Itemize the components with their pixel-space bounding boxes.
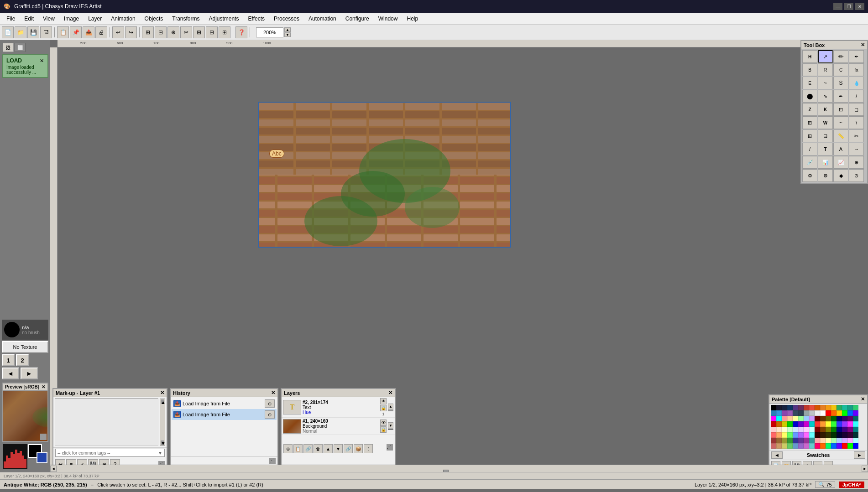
tool-graph[interactable]: 📈 [833,156,848,169]
minimize-button[interactable]: — [833,3,842,10]
color-cell-122[interactable] [826,443,831,449]
tool-c[interactable]: C [833,63,848,76]
layer-item-2[interactable]: T #2, 201×174 Text Hue 👁 🔒 1 [282,397,395,418]
help-button[interactable]: ❓ [235,26,247,38]
color-cell-117[interactable] [798,443,804,449]
zoom-up-button[interactable]: ▲ [284,27,291,32]
layer-1-lock-btn[interactable]: 🔒 [380,426,387,433]
color-cell-116[interactable] [793,443,798,449]
layers-btn-group[interactable]: 🔗 [303,444,313,453]
color-cell-120[interactable] [815,443,820,449]
color-cell-26[interactable] [826,410,831,416]
color-cell-10[interactable] [826,405,831,410]
color-cell-53[interactable] [798,421,804,427]
tool-warp[interactable]: ~ [833,116,848,129]
tool-smear[interactable]: ~ [818,77,833,89]
color-cell-73[interactable] [820,427,826,432]
color-cell-1[interactable] [776,405,782,410]
layers-btn-link[interactable]: 🔗 [344,444,353,453]
color-cell-77[interactable] [842,427,847,432]
color-cell-54[interactable] [804,421,809,427]
layers-btn-add[interactable]: ⊕ [283,444,293,453]
color-cell-126[interactable] [847,443,853,449]
color-cell-33[interactable] [776,416,782,421]
tool-h[interactable]: H [802,50,817,63]
color-cell-56[interactable] [815,421,820,427]
color-cell-11[interactable] [831,405,837,410]
zoom-fit-button[interactable]: ⊞ [142,26,154,38]
color-cell-119[interactable] [809,443,815,449]
color-cell-61[interactable] [842,421,847,427]
layer-2-lock-btn[interactable]: 🔒 [380,405,387,411]
color-cell-78[interactable] [847,427,853,432]
tool-k[interactable]: K [818,103,833,116]
color-cell-95[interactable] [853,432,858,438]
menu-processes[interactable]: Processes [269,15,304,23]
layer-1-button[interactable]: 1 [2,354,15,366]
color-cell-38[interactable] [804,416,809,421]
tool-perspective[interactable]: ⊟ [818,129,833,142]
color-cell-110[interactable] [847,438,853,443]
tool-crop[interactable]: ✂ [849,129,864,142]
tool-eyedrop[interactable]: 💉 [802,156,817,169]
history-resize-handle[interactable]: ⋰ [269,458,276,464]
color-cell-47[interactable] [853,416,858,421]
tool-stroke[interactable]: / [849,90,864,103]
layer-item-1[interactable]: #1, 240×160 Background Normal 👁 🔒 ▼ [282,418,395,435]
color-cell-66[interactable] [782,427,787,432]
markup-close-button[interactable]: ✕ [160,390,164,396]
layers-close-button[interactable]: ✕ [388,390,392,396]
color-cell-60[interactable] [837,421,842,427]
tool-pen[interactable]: ✒ [833,90,848,103]
color-cell-113[interactable] [776,443,782,449]
color-cell-49[interactable] [776,421,782,427]
copy-button[interactable]: 📋 [57,26,69,38]
nav-right-button[interactable]: ► [21,368,38,379]
color-cell-59[interactable] [831,421,837,427]
color-cell-90[interactable] [826,432,831,438]
color-cell-0[interactable] [771,405,776,410]
color-cell-43[interactable] [831,416,837,421]
color-cell-93[interactable] [842,432,847,438]
align-button[interactable]: ⊞ [193,26,205,38]
color-cell-100[interactable] [793,438,798,443]
preview-resize-handle[interactable] [40,434,47,440]
color-cell-15[interactable] [853,405,858,410]
color-cell-51[interactable] [787,421,793,427]
menu-help[interactable]: Help [402,15,423,23]
color-cell-48[interactable] [771,421,776,427]
load-close-button[interactable]: ✕ [40,58,44,64]
color-cell-81[interactable] [776,432,782,438]
nav-left-button[interactable]: ◄ [2,368,19,379]
color-cell-106[interactable] [826,438,831,443]
history-close-button[interactable]: ✕ [271,390,275,396]
zoom-input[interactable] [256,27,283,37]
preview-close-button[interactable]: ✕ [42,384,45,389]
palette-prev-button[interactable]: ◄ [771,451,783,459]
color-cell-89[interactable] [820,432,826,438]
color-cell-7[interactable] [809,405,815,410]
color-cell-70[interactable] [804,427,809,432]
tool-circle[interactable]: ⬤ [802,90,817,103]
color-cell-88[interactable] [815,432,820,438]
color-cell-35[interactable] [787,416,793,421]
tool-pencil[interactable]: ✒ [849,50,864,63]
history-item-2-btn[interactable]: ⊙ [265,410,275,419]
color-cell-107[interactable] [831,438,837,443]
palette-next-button[interactable]: ► [854,451,865,459]
color-cell-108[interactable] [837,438,842,443]
menu-file[interactable]: File [2,15,20,23]
color-cell-109[interactable] [842,438,847,443]
history-item-2[interactable]: 📥 Load Image from File ⊙ [172,409,277,420]
tool-e[interactable]: E [802,77,817,89]
panel-tab-image[interactable]: 🖼 [3,43,14,52]
color-cell-32[interactable] [771,416,776,421]
tool-chart[interactable]: 📊 [818,156,833,169]
color-cell-94[interactable] [847,432,853,438]
color-cell-127[interactable] [853,443,858,449]
tool-brush[interactable]: ✏ [833,50,848,63]
color-cell-12[interactable] [837,405,842,410]
color-cell-76[interactable] [837,427,842,432]
layers-resize-handle[interactable]: ⋰ [387,444,393,451]
color-cell-4[interactable] [793,405,798,410]
